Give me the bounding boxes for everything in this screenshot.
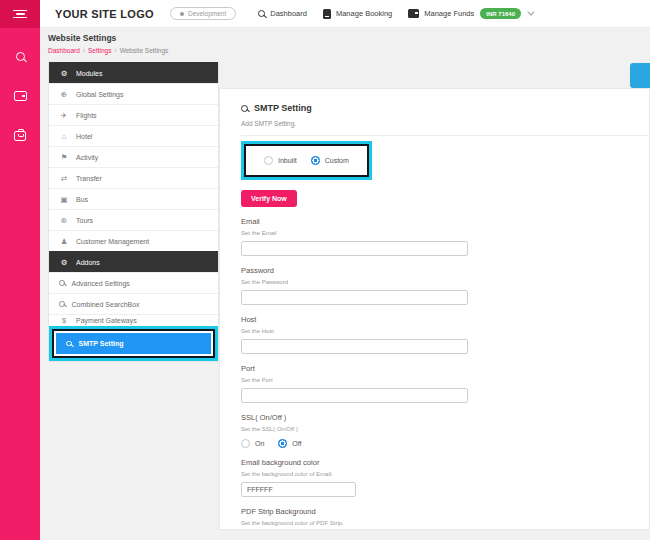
menu-toggle-button[interactable] bbox=[0, 0, 40, 28]
hotel-icon: ⌂ bbox=[59, 132, 69, 141]
host-label: Host bbox=[241, 315, 649, 324]
smtp-mode-option-inbuilt[interactable]: Inbuilt bbox=[264, 156, 297, 165]
nav-manage-booking[interactable]: Manage Booking bbox=[323, 9, 392, 19]
sidebar-item-label: SMTP Setting bbox=[79, 340, 124, 347]
email-background-color-input[interactable] bbox=[241, 482, 356, 497]
sidebar-item-transfer[interactable]: ⇄Transfer bbox=[49, 167, 218, 188]
sidebar-item-smtp-setting[interactable]: SMTP Setting bbox=[56, 333, 211, 354]
nav-dashboard[interactable]: Dashboard bbox=[258, 9, 307, 18]
search-icon bbox=[241, 105, 248, 112]
search-icon[interactable] bbox=[16, 52, 25, 61]
ssl-label: SSL( On/Off ) bbox=[241, 413, 649, 422]
ssl-help: Set the SSL( On/Off ) bbox=[241, 426, 649, 432]
collapsed-action-button[interactable] bbox=[630, 63, 650, 88]
hamburger-icon bbox=[13, 10, 27, 19]
host-input[interactable] bbox=[241, 339, 468, 354]
sidebar-item-advanced-settings[interactable]: Advanced Settings bbox=[49, 272, 218, 293]
radio-label: On bbox=[255, 440, 264, 447]
settings-sidebar: ⚙Modules⊕Global Settings✈Flights⌂Hotel⚑A… bbox=[48, 62, 219, 362]
status-dot-icon bbox=[180, 12, 184, 16]
field-help-text: Set the Port bbox=[241, 377, 649, 383]
radio-label: Custom bbox=[325, 157, 349, 164]
chevron-down-icon[interactable] bbox=[527, 9, 534, 16]
icon-rail bbox=[0, 0, 40, 540]
sidebar-item-label: Payment Gateways bbox=[76, 317, 137, 324]
sidebar-item-payment-gateways[interactable]: $Payment Gateways bbox=[49, 314, 218, 326]
breadcrumb-dashboard[interactable]: Dashboard bbox=[48, 47, 80, 54]
field-help-text: Set the background color of PDF Strip. bbox=[241, 520, 649, 526]
gear-icon: ⚙ bbox=[59, 258, 69, 267]
ssl-option-on[interactable]: On bbox=[241, 439, 264, 448]
sidebar-item-bus[interactable]: ▣Bus bbox=[49, 188, 218, 209]
search-icon bbox=[59, 280, 65, 286]
sidebar-item-tours[interactable]: ⊛Tours bbox=[49, 209, 218, 230]
field-help-text: Set the background color of Email. bbox=[241, 471, 649, 477]
gear-icon: ⚙ bbox=[59, 69, 69, 78]
nav-manage-funds[interactable]: Manage Funds bbox=[408, 9, 474, 18]
breadcrumb-current: Website Settings bbox=[120, 47, 169, 54]
radio-selected-icon[interactable] bbox=[311, 156, 320, 165]
field-help-text: Set the Email bbox=[241, 230, 649, 236]
nav-dashboard-label: Dashboard bbox=[270, 9, 307, 18]
bus-icon: ▣ bbox=[59, 195, 69, 204]
sidebar-item-label: Tours bbox=[76, 217, 93, 224]
port-input[interactable] bbox=[241, 388, 468, 403]
breadcrumb-block: Website Settings Dashboard›Settings›Webs… bbox=[48, 33, 168, 54]
sidebar-item-label: Flights bbox=[76, 112, 97, 119]
nav-manage-booking-label: Manage Booking bbox=[336, 9, 392, 18]
sidebar-item-flights[interactable]: ✈Flights bbox=[49, 104, 218, 125]
search-icon bbox=[258, 10, 265, 17]
search-icon bbox=[66, 341, 72, 347]
password-input[interactable] bbox=[241, 290, 468, 305]
section-title: SMTP Setting bbox=[254, 103, 312, 113]
top-nav: Dashboard Manage Booking Manage Funds bbox=[258, 9, 474, 19]
radio-unselected-icon[interactable] bbox=[241, 439, 250, 448]
ssl-option-off[interactable]: Off bbox=[278, 439, 301, 448]
email-background-color-label: Email background color bbox=[241, 458, 649, 467]
mode-highlight-box: InbuiltCustom bbox=[241, 141, 372, 180]
funds-amount-badge[interactable]: INR 71640 bbox=[480, 8, 521, 19]
payment-icon: $ bbox=[59, 316, 69, 325]
sidebar-item-label: Transfer bbox=[76, 175, 102, 182]
sidebar-item-label: Combined SearchBox bbox=[72, 301, 140, 308]
wallet-icon[interactable] bbox=[14, 91, 27, 101]
sidebar-item-label: Advanced Settings bbox=[72, 280, 130, 287]
search-icon bbox=[59, 301, 65, 307]
sidebar-item-label: Hotel bbox=[76, 133, 92, 140]
radio-unselected-icon[interactable] bbox=[264, 156, 273, 165]
sidebar-item-label: Activity bbox=[76, 154, 98, 161]
radio-selected-icon[interactable] bbox=[278, 439, 287, 448]
radio-label: Inbuilt bbox=[278, 157, 297, 164]
sidebar-item-hotel[interactable]: ⌂Hotel bbox=[49, 125, 218, 146]
breadcrumb-settings[interactable]: Settings bbox=[88, 47, 112, 54]
sidebar-item-combined-searchbox[interactable]: Combined SearchBox bbox=[49, 293, 218, 314]
sidebar-item-global-settings[interactable]: ⊕Global Settings bbox=[49, 83, 218, 104]
site-logo[interactable]: YOUR SITE LOGO bbox=[55, 8, 154, 20]
password-label: Password bbox=[241, 266, 649, 275]
breadcrumb: Dashboard›Settings›Website Settings bbox=[48, 47, 168, 54]
sidebar-item-label: Bus bbox=[76, 196, 88, 203]
sidebar-item-modules[interactable]: ⚙Modules bbox=[49, 62, 218, 83]
smtp-mode-option-custom[interactable]: Custom bbox=[311, 156, 349, 165]
verify-now-button[interactable]: Verify Now bbox=[241, 190, 297, 207]
field-help-text: Set the Password bbox=[241, 279, 649, 285]
email-input[interactable] bbox=[241, 241, 468, 256]
page-title: Website Settings bbox=[48, 33, 168, 43]
port-label: Port bbox=[241, 364, 649, 373]
plane-icon: ✈ bbox=[59, 111, 69, 120]
tours-icon: ⊛ bbox=[59, 216, 69, 225]
bag-icon[interactable] bbox=[14, 131, 26, 141]
booking-icon bbox=[323, 9, 331, 19]
field-help-text: Set the Host bbox=[241, 328, 649, 334]
top-bar: YOUR SITE LOGO Development Dashboard Man… bbox=[40, 0, 650, 28]
sidebar-item-addons[interactable]: ⚙Addons bbox=[49, 251, 218, 272]
sidebar-item-label: Global Settings bbox=[76, 91, 123, 98]
person-icon: ♟ bbox=[59, 237, 69, 246]
sidebar-item-label: Addons bbox=[76, 259, 100, 266]
sidebar-item-customer-management[interactable]: ♟Customer Management bbox=[49, 230, 218, 251]
page-body: Website Settings Dashboard›Settings›Webs… bbox=[40, 28, 650, 540]
sidebar-item-activity[interactable]: ⚑Activity bbox=[49, 146, 218, 167]
nav-manage-funds-label: Manage Funds bbox=[424, 9, 474, 18]
funds-icon bbox=[408, 9, 419, 18]
divider bbox=[241, 135, 649, 136]
